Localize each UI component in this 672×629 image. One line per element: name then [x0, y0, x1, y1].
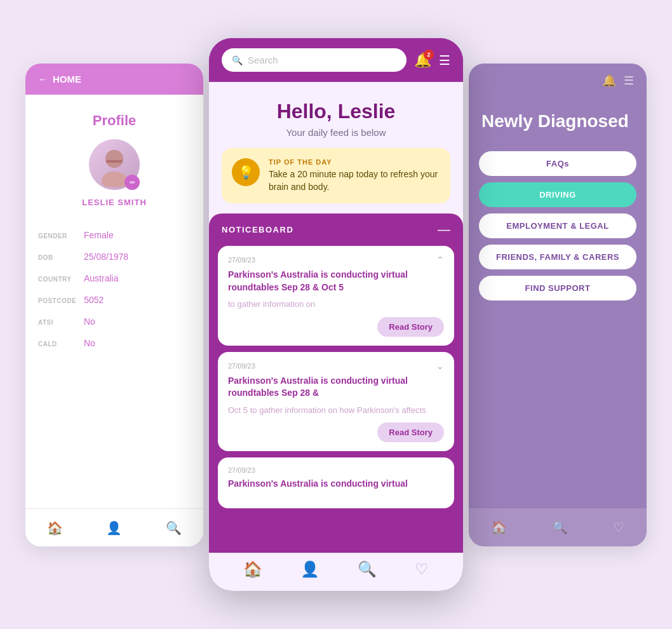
- menu-item-friends[interactable]: FRIENDS, FAMILY & CARERS: [479, 245, 636, 269]
- lightbulb-icon: 💡: [238, 165, 254, 180]
- news-body-2: Oct 5 to gather information on how Parki…: [228, 405, 444, 416]
- news-card-2: 27/09/23 ⌄ Parkinson's Australia is cond…: [218, 352, 454, 451]
- news-date-3: 27/09/23: [228, 466, 444, 474]
- menu-item-driving[interactable]: DRIVING: [479, 182, 636, 207]
- field-cald: CALD No: [38, 338, 191, 348]
- center-footer: 🏠 👤 🔍 ♡: [209, 553, 463, 591]
- bell-wrap[interactable]: 🔔 2: [414, 52, 431, 69]
- greeting-sub: Your daily feed is below: [224, 127, 448, 138]
- footer-home-icon[interactable]: 🏠: [243, 560, 262, 578]
- right-header: 🔔 ☰: [469, 64, 647, 98]
- header-icons: 🔔 2 ☰: [414, 52, 450, 69]
- right-footer: 🏠 🔍 ♡: [469, 508, 647, 546]
- field-label-dob: DOB: [38, 254, 76, 261]
- search-footer-icon[interactable]: 🔍: [166, 520, 182, 536]
- news-date-1: 27/09/23 ⌃: [228, 255, 444, 265]
- field-label-postcode: POSTCODE: [38, 297, 76, 304]
- field-value-postcode: 5052: [84, 295, 104, 305]
- profile-fields: GENDER Female DOB 25/08/1978 COUNTRY Aus…: [25, 230, 203, 348]
- menu-item-faqs[interactable]: FAQs: [479, 151, 636, 176]
- right-bell-icon[interactable]: 🔔: [602, 74, 616, 88]
- news-title-3: Parkinson's Australia is conducting virt…: [228, 478, 444, 490]
- greeting-title: Hello, Leslie: [224, 100, 448, 123]
- hamburger-icon[interactable]: ☰: [439, 53, 450, 68]
- home-icon[interactable]: 🏠: [47, 520, 63, 536]
- field-value-atsi: No: [84, 316, 95, 327]
- read-story-button-1[interactable]: Read Story: [377, 317, 444, 337]
- noticeboard-dash: —: [438, 222, 450, 237]
- news-chevron-2[interactable]: ⌄: [436, 361, 444, 371]
- menu-item-employment[interactable]: EMPLOYMENT & LEGAL: [479, 213, 636, 238]
- field-label-atsi: ATSI: [38, 319, 76, 326]
- profile-icon[interactable]: 👤: [106, 520, 122, 536]
- right-footer-search[interactable]: 🔍: [552, 520, 568, 535]
- main-panel: 🔍 Search 🔔 2 ☰ Hello, Leslie Your daily …: [209, 38, 463, 591]
- profile-panel: ← HOME Profile ✏ LESLIE SMITH GENDER Fem…: [25, 64, 203, 546]
- field-label-country: COUNTRY: [38, 276, 76, 283]
- profile-header: ← HOME: [25, 64, 203, 95]
- footer-search-icon[interactable]: 🔍: [358, 560, 377, 578]
- field-value-country: Australia: [84, 273, 118, 283]
- search-bar[interactable]: 🔍 Search: [222, 48, 407, 72]
- left-footer: 🏠 👤 🔍: [25, 508, 203, 546]
- footer-heart-icon[interactable]: ♡: [415, 560, 429, 578]
- back-arrow-icon[interactable]: ←: [38, 74, 48, 85]
- profile-title: Profile: [93, 112, 136, 129]
- news-card-3: 27/09/23 Parkinson's Australia is conduc…: [218, 457, 454, 508]
- field-atsi: ATSI No: [38, 316, 191, 327]
- field-dob: DOB 25/08/1978: [38, 252, 191, 262]
- tip-icon-wrap: 💡: [232, 158, 260, 186]
- menu-item-support[interactable]: FIND SUPPORT: [479, 276, 636, 301]
- search-placeholder: Search: [248, 55, 278, 65]
- right-menu-icon[interactable]: ☰: [624, 74, 634, 88]
- svg-rect-3: [106, 160, 123, 163]
- avatar[interactable]: ✏: [89, 139, 140, 190]
- field-postcode: POSTCODE 5052: [38, 295, 191, 305]
- avatar-edit-button[interactable]: ✏: [124, 175, 140, 190]
- profile-section: Profile ✏ LESLIE SMITH: [25, 95, 203, 230]
- noticeboard-header: NOTICEBOARD —: [209, 213, 463, 243]
- news-title-1: Parkinson's Australia is conducting virt…: [228, 269, 444, 294]
- news-title-2: Parkinson's Australia is conducting virt…: [228, 375, 444, 400]
- right-footer-home[interactable]: 🏠: [491, 520, 507, 535]
- search-icon: 🔍: [232, 55, 243, 65]
- news-body-1: to gather information on: [228, 299, 444, 310]
- tip-text: Take a 20 minute nap today to refresh yo…: [269, 168, 440, 193]
- greeting-section: Hello, Leslie Your daily feed is below: [209, 82, 463, 148]
- read-story-button-2[interactable]: Read Story: [377, 423, 444, 442]
- right-menu-list: FAQs DRIVING EMPLOYMENT & LEGAL FRIENDS,…: [469, 151, 647, 301]
- news-card-1: 27/09/23 ⌃ Parkinson's Australia is cond…: [218, 246, 454, 345]
- news-footer-2: Read Story: [228, 423, 444, 442]
- svg-point-2: [105, 150, 123, 168]
- center-content: Hello, Leslie Your daily feed is below 💡…: [209, 82, 463, 553]
- center-header: 🔍 Search 🔔 2 ☰: [209, 38, 463, 82]
- field-value-gender: Female: [84, 230, 114, 240]
- tip-card: 💡 TIP OF THE DAY Take a 20 minute nap to…: [222, 148, 450, 203]
- right-footer-heart[interactable]: ♡: [613, 520, 624, 535]
- field-label-cald: CALD: [38, 341, 76, 348]
- news-date-2: 27/09/23 ⌄: [228, 361, 444, 371]
- profile-name: LESLIE SMITH: [82, 198, 147, 207]
- field-value-dob: 25/08/1978: [84, 252, 128, 262]
- profile-header-label: HOME: [53, 74, 81, 85]
- bell-badge: 2: [424, 50, 434, 60]
- right-panel: 🔔 ☰ Newly Diagnosed FAQs DRIVING EMPLOYM…: [469, 64, 647, 546]
- tip-content: TIP OF THE DAY Take a 20 minute nap toda…: [269, 158, 440, 193]
- right-title: Newly Diagnosed: [469, 98, 647, 151]
- field-country: COUNTRY Australia: [38, 273, 191, 283]
- noticeboard-section: NOTICEBOARD — 27/09/23 ⌃ Parkinson's Aus…: [209, 213, 463, 553]
- news-chevron-1[interactable]: ⌃: [436, 255, 444, 265]
- svg-point-1: [102, 172, 127, 187]
- news-footer-1: Read Story: [228, 317, 444, 337]
- tip-label: TIP OF THE DAY: [269, 158, 440, 166]
- news-list: 27/09/23 ⌃ Parkinson's Australia is cond…: [209, 243, 463, 515]
- field-value-cald: No: [84, 338, 95, 348]
- footer-profile-icon[interactable]: 👤: [300, 560, 319, 578]
- noticeboard-title: NOTICEBOARD: [222, 225, 293, 234]
- field-label-gender: GENDER: [38, 233, 76, 240]
- field-gender: GENDER Female: [38, 230, 191, 240]
